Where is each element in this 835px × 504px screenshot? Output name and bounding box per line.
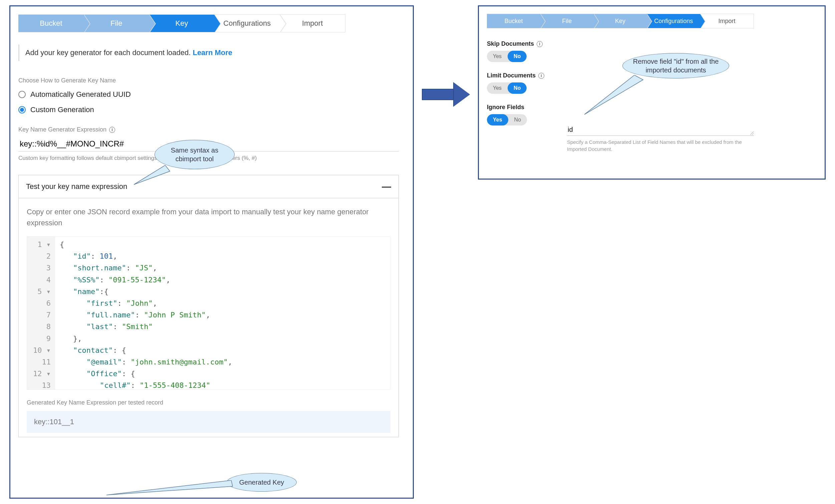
generated-key-label: Generated Key Name Expression per tested…	[27, 399, 390, 406]
callout-text: Same syntax as cbimport tool	[160, 146, 229, 163]
key-step-panel: Bucket File Key Configurations Import Ad…	[9, 5, 414, 499]
limit-documents-toggle[interactable]: Yes No	[487, 82, 527, 94]
info-icon[interactable]: i	[537, 41, 543, 47]
ignore-fields-toggle[interactable]: Yes No	[487, 114, 527, 125]
callout-text: Generated Key	[239, 478, 284, 487]
step-label: File	[110, 19, 122, 28]
step-bucket[interactable]: Bucket	[18, 15, 84, 32]
toggle-yes[interactable]: Yes	[487, 51, 508, 62]
step-label: Configurations	[654, 18, 693, 25]
step-key[interactable]: Key	[594, 14, 647, 28]
limit-documents-option: Limit Documents i Yes No	[487, 72, 557, 94]
info-icon[interactable]: i	[109, 127, 115, 133]
editor-gutter: 1 ▾ 2 3 4 5 ▾ 6 7 8 9 10 ▾ 11 12 ▾ 13	[27, 237, 55, 389]
option-label: Limit Documents	[487, 72, 536, 79]
step-import[interactable]: Import	[280, 15, 345, 32]
callout-text: Remove field "id" from all the imported …	[628, 57, 724, 75]
svg-marker-1	[106, 480, 232, 495]
step-file[interactable]: File	[84, 15, 149, 32]
expression-label: Key Name Generator Expression i	[18, 126, 405, 133]
ignore-fields-hint: Specify a Comma-Separated List of Field …	[567, 139, 754, 153]
step-label: File	[562, 18, 572, 25]
collapse-icon[interactable]: —	[382, 182, 391, 191]
toggle-no[interactable]: No	[508, 51, 527, 62]
toggle-yes[interactable]: Yes	[487, 114, 508, 125]
intro-text-content: Add your key generator for each document…	[25, 48, 190, 57]
expression-label-text: Key Name Generator Expression	[18, 126, 106, 133]
step-configurations[interactable]: Configurations	[647, 14, 700, 28]
arrow-icon	[422, 83, 472, 106]
toggle-no[interactable]: No	[508, 82, 527, 94]
skip-documents-toggle[interactable]: Yes No	[487, 51, 527, 62]
step-label: Configurations	[223, 19, 271, 28]
test-expression-header[interactable]: Test your key name expression —	[19, 175, 399, 198]
callout-syntax: Same syntax as cbimport tool	[155, 140, 235, 169]
skip-documents-option: Skip Documents i Yes No	[487, 40, 557, 62]
radio-icon	[18, 91, 26, 98]
test-description: Copy or enter one JSON record example fr…	[27, 206, 390, 228]
callout-tail-icon	[106, 480, 233, 497]
info-icon[interactable]: i	[538, 73, 544, 79]
svg-line-2	[750, 132, 754, 135]
step-configurations[interactable]: Configurations	[214, 15, 280, 32]
option-label: Skip Documents	[487, 40, 534, 47]
toggle-no[interactable]: No	[508, 114, 527, 125]
wizard-steps-right: Bucket File Key Configurations Import	[487, 14, 754, 28]
test-header-title: Test your key name expression	[26, 182, 127, 191]
resize-grip-icon[interactable]	[749, 130, 754, 135]
svg-line-3	[752, 133, 754, 135]
step-label: Bucket	[40, 19, 62, 28]
step-label: Import	[302, 19, 323, 28]
ignore-fields-option: Ignore Fields Yes No	[487, 104, 557, 125]
step-label: Key	[615, 18, 626, 25]
json-editor[interactable]: 1 ▾ 2 3 4 5 ▾ 6 7 8 9 10 ▾ 11 12 ▾ 13 {"…	[27, 236, 390, 390]
radio-icon-selected	[18, 106, 26, 114]
step-bucket[interactable]: Bucket	[487, 14, 540, 28]
generated-key-value: key::101__1	[27, 411, 390, 433]
wizard-steps-left: Bucket File Key Configurations Import	[18, 14, 345, 33]
test-expression-panel: Test your key name expression — Copy or …	[18, 175, 399, 437]
toggle-yes[interactable]: Yes	[487, 82, 508, 94]
radio-label: Automatically Generated UUID	[30, 90, 131, 99]
step-label: Bucket	[504, 18, 523, 25]
configurations-step-panel: Bucket File Key Configurations Import Sk…	[478, 5, 826, 180]
step-file[interactable]: File	[540, 14, 594, 28]
choose-key-label: Choose How to Generate Key Name	[18, 77, 405, 84]
step-label: Import	[718, 18, 736, 25]
option-label: Ignore Fields	[487, 104, 524, 111]
editor-content[interactable]: {"id": 101,"short.name": "JS","%SS%": "0…	[55, 237, 237, 389]
radio-custom-generation[interactable]: Custom Generation	[18, 105, 405, 114]
callout-generated-key: Generated Key	[227, 473, 297, 492]
learn-more-link[interactable]: Learn More	[192, 48, 232, 57]
intro-text: Add your key generator for each document…	[18, 44, 405, 61]
radio-uuid[interactable]: Automatically Generated UUID	[18, 90, 405, 99]
step-key[interactable]: Key	[149, 15, 215, 32]
ignore-fields-input[interactable]	[567, 124, 754, 136]
callout-remove-field: Remove field "id" from all the imported …	[623, 53, 729, 78]
step-label: Key	[176, 19, 188, 28]
radio-label: Custom Generation	[30, 105, 94, 114]
step-import[interactable]: Import	[700, 14, 754, 28]
